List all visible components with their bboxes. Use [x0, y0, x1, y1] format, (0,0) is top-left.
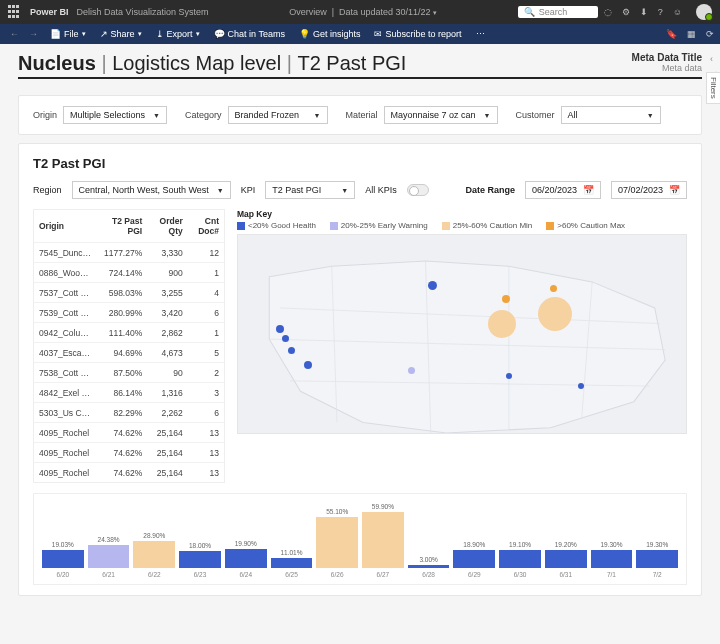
get-insights[interactable]: 💡Get insights	[293, 29, 367, 39]
table-row[interactable]: 7537_Cott B...598.03%3,2554	[34, 283, 224, 303]
bar[interactable]: 28.90%	[133, 541, 175, 568]
col-header[interactable]: Order Qty	[147, 210, 188, 243]
origin-dropdown[interactable]: Multiple Selections▼	[63, 106, 167, 124]
export-menu[interactable]: ⤓Export▾	[150, 29, 206, 39]
page-header: Nucleus | Logistics Map level | T2 Past …	[18, 52, 702, 75]
feedback-icon[interactable]: ☺	[673, 7, 682, 17]
bar[interactable]: 19.30%	[636, 550, 678, 568]
region-label: Region	[33, 185, 62, 195]
table-row[interactable]: 4095_Rochel74.62%25,16413	[34, 443, 224, 463]
back-button[interactable]: ←	[6, 29, 23, 39]
download-icon[interactable]: ⬇	[640, 7, 648, 17]
search-box[interactable]: 🔍 Search	[518, 6, 598, 18]
section-title: T2 Past PGI	[33, 156, 687, 171]
map-bubble[interactable]	[288, 347, 295, 354]
bar[interactable]: 19.10%	[499, 550, 541, 568]
us-map[interactable]	[237, 234, 687, 434]
app-launcher-icon[interactable]	[8, 5, 22, 19]
map-bubble[interactable]	[276, 325, 284, 333]
date-from-input[interactable]: 06/20/2023📅	[525, 181, 601, 199]
material-dropdown[interactable]: Mayonnaise 7 oz can▼	[384, 106, 498, 124]
table-row[interactable]: 7545_Duncan...1177.27%3,33012	[34, 243, 224, 263]
map-bubble[interactable]	[550, 285, 557, 292]
axis-tick: 6/20	[42, 571, 84, 578]
table-row[interactable]: 0886_Wood...724.14%9001	[34, 263, 224, 283]
subscribe[interactable]: ✉Subscribe to report	[368, 29, 467, 39]
date-to-input[interactable]: 07/02/2023📅	[611, 181, 687, 199]
bar[interactable]: 19.20%	[545, 550, 587, 568]
filters-pane-tab[interactable]: Filters	[706, 72, 720, 104]
workspace-name: Delish Data Visualization System	[77, 7, 209, 17]
bar[interactable]: 19.30%	[591, 550, 633, 568]
settings-icon[interactable]: ⚙	[622, 7, 630, 17]
bar[interactable]: 19.03%	[42, 550, 84, 568]
table-row[interactable]: 0942_Colum...111.40%2,8621	[34, 323, 224, 343]
global-filter-bar: Origin Multiple Selections▼ Category Bra…	[18, 95, 702, 135]
map-bubble[interactable]	[408, 367, 415, 374]
chat-teams[interactable]: 💬Chat in Teams	[208, 29, 291, 39]
calendar-icon: 📅	[583, 185, 594, 195]
kpi-dropdown[interactable]: T2 Past PGI▼	[265, 181, 355, 199]
bookmark-icon[interactable]: 🔖	[666, 29, 677, 39]
table-row[interactable]: 7538_Cott B...87.50%902	[34, 363, 224, 383]
axis-tick: 6/24	[225, 571, 267, 578]
region-dropdown[interactable]: Central, North West, South West▼	[72, 181, 231, 199]
file-menu[interactable]: 📄File▾	[44, 29, 92, 39]
header-meta: Meta Data Title Meta data	[632, 52, 702, 73]
more-menu[interactable]: ⋯	[470, 29, 491, 39]
map-bubble[interactable]	[506, 373, 512, 379]
map-bubble[interactable]	[304, 361, 312, 369]
col-header[interactable]: Origin	[34, 210, 96, 243]
customer-dropdown[interactable]: All▼	[561, 106, 661, 124]
user-avatar[interactable]	[696, 4, 712, 20]
bar[interactable]: 18.90%	[453, 550, 495, 568]
category-dropdown[interactable]: Branded Frozen▼	[228, 106, 328, 124]
search-icon: 🔍	[524, 7, 535, 17]
table-row[interactable]: 4095_Rochel74.62%25,16413	[34, 423, 224, 443]
col-header[interactable]: Cnt Doc#	[188, 210, 224, 243]
product-name: Power BI	[30, 7, 69, 17]
table-row[interactable]: 4095_Rochel74.62%25,16413	[34, 463, 224, 483]
axis-tick: 6/31	[545, 571, 587, 578]
axis-tick: 6/28	[408, 571, 450, 578]
map-bubble[interactable]	[538, 297, 572, 331]
legend-item: <20% Good Health	[237, 221, 316, 230]
bar[interactable]: 24.38%	[88, 545, 130, 568]
view-icon[interactable]: ▦	[687, 29, 696, 39]
map-bubble[interactable]	[578, 383, 584, 389]
map-bubble[interactable]	[428, 281, 437, 290]
bar[interactable]: 59.90%	[362, 512, 404, 568]
notifications-icon[interactable]: ◌	[604, 7, 612, 17]
bar[interactable]: 11.01%	[271, 558, 313, 568]
main-card: T2 Past PGI Region Central, North West, …	[18, 143, 702, 596]
search-placeholder: Search	[539, 7, 568, 17]
table-row[interactable]: 4037_Escalo...94.69%4,6735	[34, 343, 224, 363]
bar[interactable]: 3.00%	[408, 565, 450, 568]
allkpis-label: All KPIs	[365, 185, 397, 195]
refresh-icon[interactable]: ⟳	[706, 29, 714, 39]
map-bubble[interactable]	[488, 310, 516, 338]
expand-icon[interactable]: ‹	[710, 54, 718, 64]
col-header[interactable]: T2 Past PGI	[96, 210, 147, 243]
share-menu[interactable]: ↗Share▾	[94, 29, 148, 39]
command-bar: ← → 📄File▾ ↗Share▾ ⤓Export▾ 💬Chat in Tea…	[0, 24, 720, 44]
origin-label: Origin	[33, 110, 57, 120]
page-title: Nucleus | Logistics Map level | T2 Past …	[18, 52, 406, 75]
table-row[interactable]: 5303_Us Col...82.29%2,2626	[34, 403, 224, 423]
help-icon[interactable]: ?	[658, 7, 663, 17]
map-bubble[interactable]	[282, 335, 289, 342]
app-bar: Power BI Delish Data Visualization Syste…	[0, 0, 720, 24]
view-name[interactable]: Overview	[289, 7, 327, 17]
forward-button: →	[25, 29, 42, 39]
appbar-center: Overview | Data updated 30/11/22 ▾	[208, 7, 517, 17]
table-row[interactable]: 7539_Cott B...280.99%3,4206	[34, 303, 224, 323]
bar[interactable]: 18.00%	[179, 551, 221, 568]
map-key-title: Map Key	[237, 209, 687, 219]
daterange-label: Date Range	[465, 185, 515, 195]
bar[interactable]: 19.90%	[225, 549, 267, 568]
allkpis-toggle[interactable]	[407, 184, 429, 196]
axis-tick: 7/1	[591, 571, 633, 578]
map-bubble[interactable]	[502, 295, 510, 303]
bar[interactable]: 55.10%	[316, 517, 358, 568]
table-row[interactable]: 4842_Exel C...86.14%1,3163	[34, 383, 224, 403]
